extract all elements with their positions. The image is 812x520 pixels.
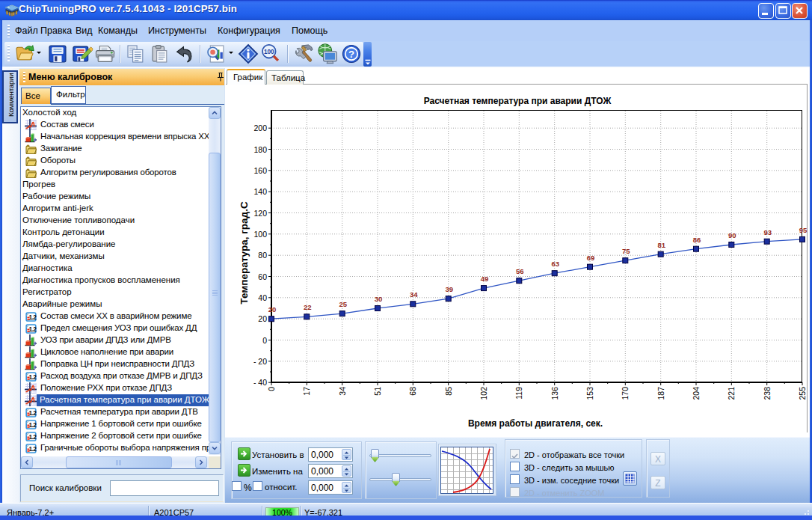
svg-text:25: 25: [339, 300, 347, 308]
svg-text:238: 238: [763, 387, 772, 400]
svg-text:34: 34: [338, 387, 347, 396]
svg-text:?: ?: [348, 49, 354, 61]
svg-text:81: 81: [657, 241, 665, 249]
svg-text:40: 40: [258, 293, 267, 302]
svg-text:93: 93: [763, 228, 772, 236]
svg-text:140: 140: [253, 187, 267, 196]
svg-text:187: 187: [656, 387, 665, 400]
svg-text:0: 0: [267, 387, 276, 391]
svg-text:90: 90: [728, 231, 736, 239]
svg-text:34: 34: [410, 290, 418, 299]
svg-text:69: 69: [587, 254, 595, 262]
svg-text:75: 75: [622, 247, 630, 255]
svg-text:39: 39: [445, 285, 453, 293]
svg-text:68: 68: [408, 387, 417, 396]
svg-text:136: 136: [550, 387, 559, 400]
svg-text:51: 51: [373, 387, 382, 396]
svg-text:120: 120: [253, 209, 267, 218]
svg-text:0: 0: [262, 336, 267, 345]
svg-text:100: 100: [253, 230, 267, 239]
svg-text:95: 95: [799, 226, 808, 234]
svg-text:63: 63: [551, 260, 559, 268]
svg-text:170: 170: [621, 387, 630, 400]
svg-text:153: 153: [585, 387, 594, 400]
svg-text:102: 102: [479, 387, 488, 400]
svg-text:Температура, град.С: Температура, град.С: [239, 201, 250, 305]
svg-text:180: 180: [253, 145, 267, 154]
svg-text:200: 200: [253, 123, 267, 132]
svg-text:86: 86: [693, 236, 701, 244]
svg-text:119: 119: [514, 387, 523, 400]
svg-text:100: 100: [264, 49, 274, 55]
svg-text:22: 22: [304, 303, 312, 311]
svg-text:49: 49: [481, 275, 489, 283]
svg-text:30: 30: [375, 295, 383, 303]
svg-text:Время работы двигателя, сек.: Время работы двигателя, сек.: [468, 418, 603, 429]
svg-text:20: 20: [268, 305, 277, 313]
svg-text:204: 204: [692, 387, 701, 400]
svg-text:85: 85: [444, 387, 453, 396]
svg-text:80: 80: [258, 251, 267, 260]
svg-text:56: 56: [516, 267, 524, 275]
svg-text:- 20: - 20: [253, 357, 267, 366]
svg-text:20: 20: [258, 314, 267, 323]
svg-text:60: 60: [258, 272, 267, 281]
svg-text:Расчетная температура при авар: Расчетная температура при аварии ДТОЖ: [424, 96, 612, 106]
svg-text:17: 17: [302, 387, 311, 396]
svg-text:160: 160: [253, 166, 267, 175]
svg-text:221: 221: [727, 387, 736, 400]
svg-text:255: 255: [798, 387, 807, 400]
svg-text:- 40: - 40: [253, 378, 267, 387]
